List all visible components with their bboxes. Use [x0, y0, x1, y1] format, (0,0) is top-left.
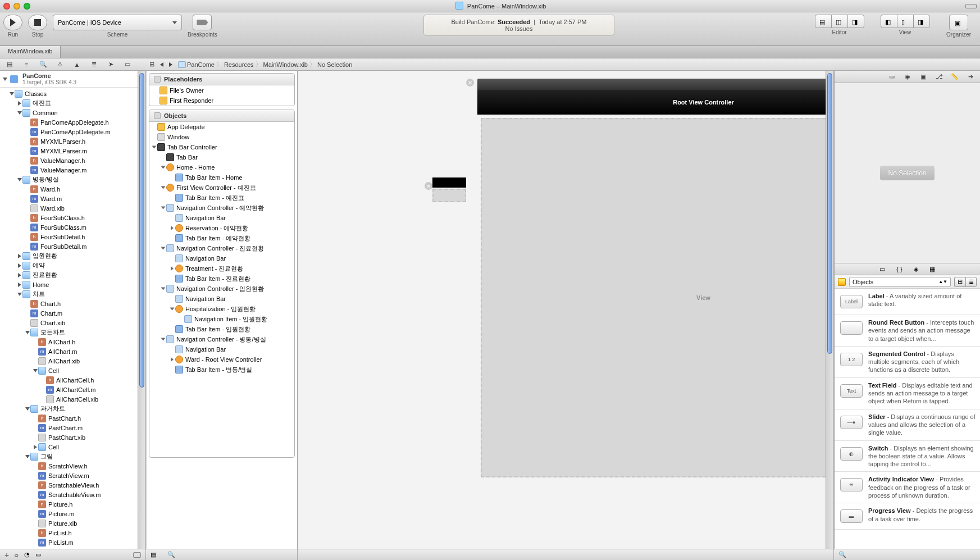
connections-inspector-icon[interactable]: ➔	[967, 73, 974, 81]
object-library-icon[interactable]: ◈	[914, 266, 918, 273]
file-tree-item[interactable]: hAllChartCell.h	[0, 375, 145, 385]
code-snippet-library-icon[interactable]: { }	[896, 266, 902, 272]
file-tree-item[interactable]: 입원현황	[0, 251, 145, 261]
file-tree-item[interactable]: mPicList.m	[0, 538, 145, 547]
disclosure-icon[interactable]	[34, 445, 37, 449]
project-header[interactable]: PanCome 1 target, iOS SDK 4.3	[0, 71, 145, 88]
outline-item[interactable]: Navigation Controller - 입원현황	[149, 284, 294, 294]
outline-item[interactable]: Navigation Bar	[149, 344, 294, 354]
file-tree-item[interactable]: Chart.xib	[0, 318, 145, 327]
outline-item[interactable]: Home - Home	[149, 162, 294, 172]
close-scene-icon[interactable]: ✕	[425, 182, 432, 190]
file-tree-item[interactable]: 병동/병실	[0, 175, 145, 184]
outline-item[interactable]: Treatment - 진료현황	[149, 263, 294, 274]
disclosure-icon[interactable]	[25, 331, 30, 334]
view-utilities[interactable]: ◨	[913, 15, 930, 28]
file-tree-item[interactable]: Classes	[0, 89, 145, 98]
outline-item[interactable]: Navigation Bar	[149, 253, 294, 263]
file-tree-item[interactable]: Picture.xib	[0, 518, 145, 528]
outline-item[interactable]: Navigation Controller - 예약현황	[149, 203, 294, 213]
editor-mode-segment[interactable]: ▤ ◫ ◨	[815, 15, 864, 28]
file-tree-item[interactable]: 그림	[0, 452, 145, 461]
file-tree-item[interactable]: mValueManager.m	[0, 165, 145, 175]
file-tree-item[interactable]: hFourSubClass.h	[0, 213, 145, 222]
file-tree-item[interactable]: 차트	[0, 289, 145, 299]
file-template-library-icon[interactable]: ▭	[879, 266, 885, 273]
file-tree-item[interactable]: hMYXMLParser.h	[0, 136, 145, 146]
recent-icon[interactable]: ◔	[24, 551, 30, 558]
disclosure-icon[interactable]	[17, 111, 22, 115]
breadcrumb-3[interactable]: No Selection	[317, 61, 352, 68]
breadcrumb-2[interactable]: MainWindow.xib	[263, 61, 308, 68]
disclosure-icon[interactable]	[18, 263, 21, 268]
library-item[interactable]: TextText Field - Displays editable text …	[835, 378, 980, 409]
log-navigator-icon[interactable]: ▭	[124, 61, 131, 69]
file-tree-item[interactable]: mPicture.m	[0, 509, 145, 518]
file-tree-item[interactable]: hScratchableView.h	[0, 480, 145, 490]
library-search-icon[interactable]: 🔍	[838, 551, 846, 558]
media-library-icon[interactable]: ▦	[929, 266, 935, 273]
file-tree-item[interactable]: mMYXMLParser.m	[0, 146, 145, 156]
view-navigator[interactable]: ◧	[881, 15, 897, 28]
view-placeholder[interactable]: View	[481, 118, 833, 477]
breakpoints-button[interactable]	[193, 15, 212, 30]
back-button[interactable]	[160, 62, 163, 67]
outline-toggle-icon[interactable]: ▤	[151, 551, 156, 558]
outline-item[interactable]: Tab Bar Item - 병동/병실	[149, 365, 294, 375]
disclosure-icon[interactable]	[3, 78, 7, 81]
breadcrumb-0[interactable]: PanCome	[187, 61, 215, 68]
file-tree-item[interactable]: mAllChartCell.m	[0, 385, 145, 394]
add-button[interactable]: +	[4, 550, 9, 559]
file-tree-item[interactable]: mAllChart.m	[0, 347, 145, 356]
interface-builder-canvas[interactable]: ✕ Root View Controller View ✕	[298, 71, 834, 549]
project-navigator-icon[interactable]: ▤	[6, 61, 13, 69]
outline-item[interactable]: Window	[149, 132, 294, 142]
outline-item[interactable]: Navigation Bar	[149, 213, 294, 223]
editor-version[interactable]: ◨	[847, 15, 864, 28]
canvas-scrollbar[interactable]	[826, 71, 833, 549]
file-tree-item[interactable]: mScratchView.m	[0, 471, 145, 480]
attributes-inspector-icon[interactable]: ⎇	[935, 73, 943, 81]
navigation-bar[interactable]: Root View Controller	[477, 90, 833, 115]
library-item[interactable]: ▬Progress View - Depicts the progress of…	[835, 503, 980, 530]
disclosure-icon[interactable]	[33, 369, 38, 372]
file-tree-item[interactable]: hAllChart.h	[0, 337, 145, 347]
disclosure-icon[interactable]	[161, 338, 166, 341]
disclosure-icon[interactable]	[18, 101, 21, 106]
grid-view-icon[interactable]: ⊞	[954, 277, 965, 287]
library-item[interactable]: 1 2Segmented Control - Displays multiple…	[835, 347, 980, 378]
library-view-toggle[interactable]: ⊞ ≣	[954, 277, 977, 287]
disclosure-icon[interactable]	[25, 407, 30, 411]
file-tree-item[interactable]: Home	[0, 280, 145, 289]
disclosure-icon[interactable]	[170, 308, 175, 311]
navigator-scrollbar[interactable]	[138, 71, 145, 549]
tab-mainwindow[interactable]: MainWindow.xib	[0, 46, 61, 58]
run-button[interactable]	[3, 15, 22, 30]
outline-item[interactable]: Navigation Bar	[149, 294, 294, 304]
search-navigator-icon[interactable]: 🔍	[39, 61, 47, 69]
symbol-navigator-icon[interactable]: ≡	[22, 61, 30, 69]
view-segment[interactable]: ◧ ▯ ◨	[881, 15, 929, 28]
outline-item[interactable]: First View Controller - 예진표	[149, 183, 294, 193]
size-inspector-icon[interactable]: 📏	[951, 73, 959, 81]
issue-navigator-icon[interactable]: ⚠	[56, 61, 64, 69]
library-item[interactable]: ◐Switch - Displays an element showing th…	[835, 441, 980, 472]
outline-item[interactable]: Ward - Root View Controller	[149, 354, 294, 365]
file-tree-item[interactable]: mPanComeAppDelegate.m	[0, 127, 145, 136]
file-tree-item[interactable]: mChart.m	[0, 308, 145, 318]
file-tree-item[interactable]: 진료현황	[0, 270, 145, 280]
outline-item[interactable]: App Delegate	[149, 122, 294, 132]
file-tree-item[interactable]: mFourSubDetail.m	[0, 242, 145, 251]
library-item[interactable]: ✳Activity Indicator View - Provides feed…	[835, 472, 980, 503]
list-view-icon[interactable]: ≣	[965, 277, 977, 287]
stop-button[interactable]	[28, 15, 47, 30]
disclosure-icon[interactable]	[17, 178, 22, 181]
outline-item[interactable]: Tab Bar Item - Home	[149, 172, 294, 183]
scm-icon[interactable]: ▭	[35, 551, 41, 558]
mini-view[interactable]	[432, 189, 466, 202]
breakpoint-navigator-icon[interactable]: ➤	[107, 61, 115, 69]
file-tree-item[interactable]: 과거차트	[0, 404, 145, 413]
outline-item[interactable]: Navigation Controller - 병동/병실	[149, 334, 294, 344]
jump-bar[interactable]: ⊞ PanCome〉 Resources〉 MainWindow.xib〉 No…	[146, 58, 834, 71]
file-tree-item[interactable]: 예진표	[0, 98, 145, 108]
